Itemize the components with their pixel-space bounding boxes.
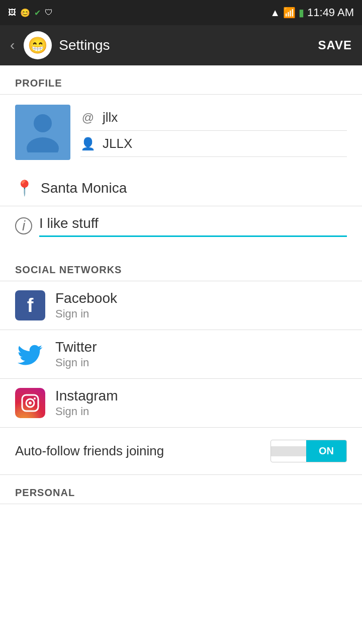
location-value[interactable]: Santa Monica xyxy=(41,180,127,196)
toggle-off-label[interactable] xyxy=(271,446,306,456)
person-icon: 👤 xyxy=(80,137,96,151)
username-row: @ jllx xyxy=(80,105,347,131)
twitter-icon-wrap xyxy=(15,339,45,369)
status-time: 11:49 AM xyxy=(307,6,354,19)
battery-icon: ▮ xyxy=(299,7,304,19)
avatar-icon xyxy=(25,112,60,152)
facebook-item[interactable]: f Facebook Sign in xyxy=(0,281,362,330)
personal-section-header: PERSONAL xyxy=(0,475,362,504)
app-bar-left: ‹ 😁 Settings xyxy=(10,31,110,59)
auto-follow-toggle[interactable]: ON xyxy=(270,440,347,462)
status-bar-right-icons: ▲ 📶 ▮ 11:49 AM xyxy=(270,6,354,19)
facebook-info: Facebook Sign in xyxy=(55,290,347,320)
personal-section-label: PERSONAL xyxy=(15,487,75,498)
status-bar-left-icons: 🖼 😊 ✔ 🛡 xyxy=(8,8,53,18)
bio-underline xyxy=(39,235,347,237)
facebook-name: Facebook xyxy=(55,290,347,306)
info-icon: i xyxy=(15,217,32,234)
wifi-icon: ▲ xyxy=(270,7,280,19)
twitter-name: Twitter xyxy=(55,339,347,355)
social-section-label: SOCIAL NETWORKS xyxy=(15,264,122,275)
instagram-item[interactable]: Instagram Sign in xyxy=(0,379,362,428)
logo-emoji: 😁 xyxy=(28,36,48,55)
displayname-row: 👤 JLLX xyxy=(80,131,347,157)
location-icon: 📍 xyxy=(15,179,34,197)
back-button[interactable]: ‹ xyxy=(10,37,15,53)
social-section-header: SOCIAL NETWORKS xyxy=(0,252,362,281)
profile-section: @ jllx 👤 JLLX xyxy=(0,95,362,170)
svg-point-1 xyxy=(27,137,59,152)
image-icon: 🖼 xyxy=(8,8,16,17)
instagram-info: Instagram Sign in xyxy=(55,388,347,418)
displayname-value[interactable]: JLLX xyxy=(103,136,132,151)
avatar[interactable] xyxy=(15,105,70,160)
auto-follow-label: Auto-follow friends joining xyxy=(15,443,164,459)
profile-section-header: PROFILE xyxy=(0,65,362,95)
facebook-action[interactable]: Sign in xyxy=(55,307,347,320)
profile-section-label: PROFILE xyxy=(15,77,62,89)
instagram-icon xyxy=(20,393,40,413)
signal-icon: 📶 xyxy=(283,7,296,19)
svg-point-0 xyxy=(34,114,52,132)
instagram-icon-wrap xyxy=(15,388,45,418)
twitter-action[interactable]: Sign in xyxy=(55,356,347,369)
smiley-icon: 😊 xyxy=(20,8,30,18)
auto-follow-row: Auto-follow friends joining ON xyxy=(0,428,362,475)
profile-row: @ jllx 👤 JLLX xyxy=(15,105,347,160)
twitter-item[interactable]: Twitter Sign in xyxy=(0,330,362,379)
content: PROFILE @ jllx 👤 JLLX xyxy=(0,65,362,504)
facebook-icon-wrap: f xyxy=(15,290,45,320)
app-title: Settings xyxy=(59,37,110,53)
bio-text[interactable]: I like stuff xyxy=(39,215,347,235)
app-logo: 😁 xyxy=(24,31,52,59)
check-circle-icon: ✔ xyxy=(34,8,41,18)
instagram-name: Instagram xyxy=(55,388,347,404)
bio-input-container[interactable]: I like stuff xyxy=(39,215,347,237)
username-value[interactable]: jllx xyxy=(103,110,118,125)
status-bar: 🖼 😊 ✔ 🛡 ▲ 📶 ▮ 11:49 AM xyxy=(0,0,362,25)
svg-point-5 xyxy=(29,401,32,405)
twitter-icon xyxy=(15,339,45,369)
facebook-icon: f xyxy=(27,295,34,316)
twitter-info: Twitter Sign in xyxy=(55,339,347,369)
at-icon: @ xyxy=(80,111,96,125)
svg-point-4 xyxy=(34,397,36,399)
shield-icon: 🛡 xyxy=(45,8,53,17)
instagram-action[interactable]: Sign in xyxy=(55,405,347,418)
toggle-on-label[interactable]: ON xyxy=(306,440,346,462)
save-button[interactable]: SAVE xyxy=(318,38,352,52)
profile-fields: @ jllx 👤 JLLX xyxy=(80,105,347,157)
bio-row: i I like stuff xyxy=(0,206,362,237)
app-bar: ‹ 😁 Settings SAVE xyxy=(0,25,362,65)
location-row[interactable]: 📍 Santa Monica xyxy=(0,170,362,206)
